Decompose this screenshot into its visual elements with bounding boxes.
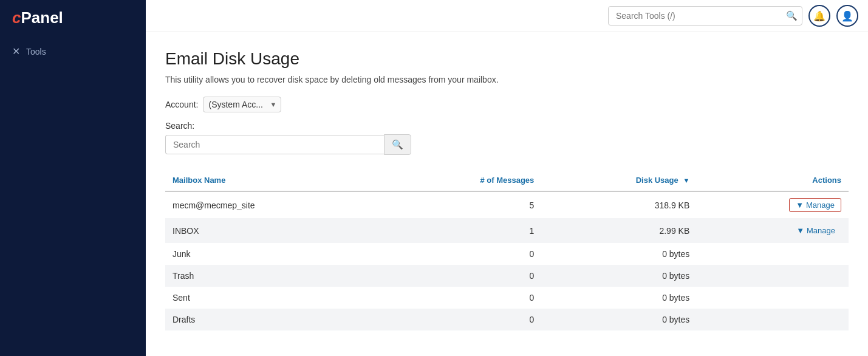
search-input[interactable]: [165, 135, 384, 154]
cell-mailbox-name: Drafts: [165, 309, 386, 330]
col-actions: Actions: [697, 169, 849, 191]
manage-label: Manage: [806, 200, 835, 210]
cell-actions: [697, 309, 849, 330]
cell-disk-usage: 0 bytes: [541, 243, 697, 265]
sort-desc-icon: ▼: [683, 177, 689, 184]
cell-mailbox-name: mecm@mecmep_site: [165, 191, 386, 218]
table-row: Drafts00 bytes: [165, 309, 849, 330]
search-tools-wrap: 🔍: [608, 6, 802, 26]
col-num-messages: # of Messages: [386, 169, 542, 191]
cell-num-messages: 5: [386, 191, 542, 218]
content-area: Email Disk Usage This utility allows you…: [146, 32, 868, 356]
search-row: 🔍: [165, 134, 849, 155]
page-title: Email Disk Usage: [165, 49, 849, 69]
table-row: Trash00 bytes: [165, 265, 849, 287]
topbar: 🔍 🔔 👤: [146, 0, 868, 32]
cell-num-messages: 0: [386, 287, 542, 309]
search-tools-input[interactable]: [608, 6, 802, 26]
search-button[interactable]: 🔍: [384, 134, 411, 155]
manage-button[interactable]: ▼Manage: [789, 198, 841, 212]
user-icon: 👤: [841, 10, 853, 22]
sidebar-item-label: Tools: [26, 47, 46, 56]
account-select-wrap: (System Acc... ▼: [203, 97, 281, 112]
cell-mailbox-name: INBOX: [165, 218, 386, 243]
sidebar-logo: cPanel: [0, 0, 146, 39]
table-row: Sent00 bytes: [165, 287, 849, 309]
cell-disk-usage: 0 bytes: [541, 309, 697, 330]
cell-mailbox-name: Junk: [165, 243, 386, 265]
table-row: mecm@mecmep_site5318.9 KB▼Manage: [165, 191, 849, 218]
cell-num-messages: 0: [386, 265, 542, 287]
manage-label: Manage: [807, 226, 835, 235]
table-head: Mailbox Name # of Messages Disk Usage ▼ …: [165, 169, 849, 191]
chevron-down-icon: ▼: [796, 226, 804, 235]
account-label: Account:: [165, 100, 198, 109]
cell-mailbox-name: Sent: [165, 287, 386, 309]
cell-actions: ▼Manage: [697, 191, 849, 218]
cell-actions: [697, 243, 849, 265]
account-row: Account: (System Acc... ▼: [165, 97, 849, 112]
cell-num-messages: 0: [386, 309, 542, 330]
search-section: Search: 🔍: [165, 121, 849, 155]
chevron-down-icon: ▼: [796, 200, 804, 210]
cell-disk-usage: 2.99 KB: [541, 218, 697, 243]
search-icon: 🔍: [392, 139, 403, 149]
table-header-row: Mailbox Name # of Messages Disk Usage ▼ …: [165, 169, 849, 191]
page-description: This utility allows you to recover disk …: [165, 75, 849, 84]
mailbox-table: Mailbox Name # of Messages Disk Usage ▼ …: [165, 169, 849, 330]
cell-disk-usage: 0 bytes: [541, 265, 697, 287]
tools-icon: ✕: [12, 46, 20, 57]
table-row: Junk00 bytes: [165, 243, 849, 265]
cpanel-logo-text: cPanel: [12, 9, 63, 27]
main-area: 🔍 🔔 👤 Email Disk Usage This utility allo…: [146, 0, 868, 356]
manage-button[interactable]: ▼Manage: [790, 224, 841, 237]
user-profile-button[interactable]: 👤: [836, 5, 858, 27]
cell-num-messages: 1: [386, 218, 542, 243]
account-select[interactable]: (System Acc...: [203, 97, 281, 112]
search-tools-icon: 🔍: [786, 10, 798, 21]
search-tools-button[interactable]: 🔍: [786, 10, 798, 21]
table-row: INBOX12.99 KB▼Manage: [165, 218, 849, 243]
cell-actions: [697, 265, 849, 287]
cell-disk-usage: 0 bytes: [541, 287, 697, 309]
search-label: Search:: [165, 121, 849, 131]
col-mailbox-name: Mailbox Name: [165, 169, 386, 191]
cell-actions: ▼Manage: [697, 218, 849, 243]
bell-icon: 🔔: [813, 10, 825, 22]
col-disk-usage[interactable]: Disk Usage ▼: [541, 169, 697, 191]
cell-num-messages: 0: [386, 243, 542, 265]
sidebar-item-tools[interactable]: ✕ Tools: [0, 39, 146, 63]
sidebar: cPanel ✕ Tools: [0, 0, 146, 356]
cell-actions: [697, 287, 849, 309]
notifications-button[interactable]: 🔔: [808, 5, 830, 27]
cell-disk-usage: 318.9 KB: [541, 191, 697, 218]
cell-mailbox-name: Trash: [165, 265, 386, 287]
table-body: mecm@mecmep_site5318.9 KB▼ManageINBOX12.…: [165, 191, 849, 330]
